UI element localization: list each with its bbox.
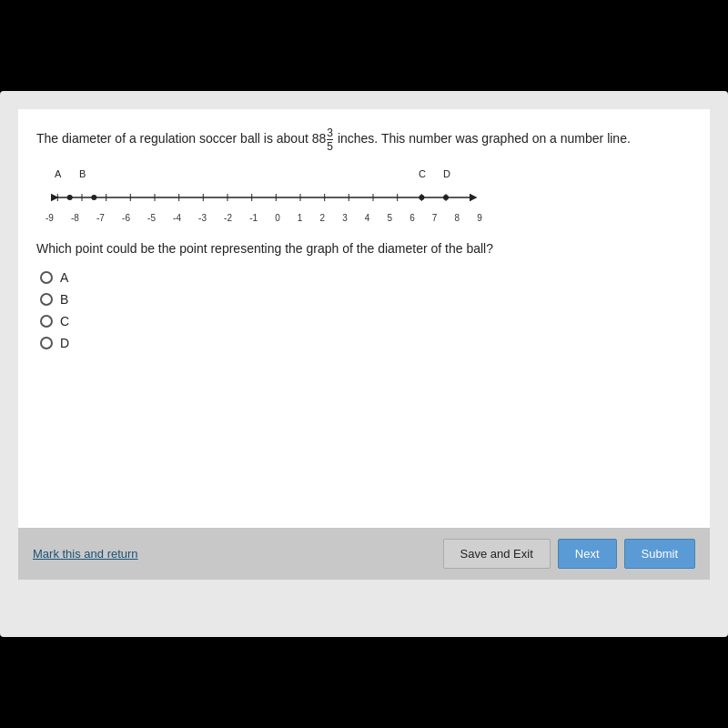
intro-text: The diameter of a regulation soccer ball…: [36, 131, 319, 146]
radio-a[interactable]: [40, 271, 53, 284]
mark-return-link[interactable]: Mark this and return: [33, 547, 138, 561]
fraction-numerator: 3: [327, 127, 333, 140]
fraction: 35: [327, 127, 333, 152]
option-c-label: C: [60, 314, 69, 329]
number-line-container: A B C D: [46, 168, 692, 223]
option-d[interactable]: D: [40, 336, 692, 350]
point-label-a: A: [55, 168, 61, 179]
answer-options: A B C D: [40, 270, 692, 350]
option-b-label: B: [60, 292, 68, 307]
option-c[interactable]: C: [40, 314, 692, 329]
point-labels-row: A B C D: [46, 168, 482, 187]
option-b[interactable]: B: [40, 292, 692, 307]
radio-d[interactable]: [40, 337, 53, 349]
sub-question: Which point could be the point represent…: [36, 241, 692, 256]
footer-buttons: Save and Exit Next Submit: [443, 539, 695, 569]
submit-button[interactable]: Submit: [624, 539, 695, 569]
option-a-label: A: [60, 270, 68, 285]
next-button[interactable]: Next: [558, 539, 617, 569]
option-d-label: D: [60, 336, 69, 350]
point-d-dot: [443, 195, 449, 200]
number-line-svg: [46, 187, 482, 208]
screen: The diameter of a regulation soccer ball…: [0, 91, 728, 637]
fraction-denominator: 5: [327, 140, 333, 152]
whole-number: 8: [319, 131, 327, 146]
point-label-c: C: [419, 168, 426, 179]
point-label-d: D: [443, 168, 450, 179]
content-area: The diameter of a regulation soccer ball…: [18, 109, 710, 528]
option-a[interactable]: A: [40, 270, 692, 285]
radio-c[interactable]: [40, 315, 53, 328]
intro-suffix: inches. This number was graphed on a num…: [334, 131, 631, 146]
save-exit-button[interactable]: Save and Exit: [443, 539, 551, 569]
footer-area: Mark this and return Save and Exit Next …: [18, 528, 710, 580]
point-c-dot: [419, 195, 424, 200]
point-a-dot: [67, 195, 73, 200]
number-labels: -9 -8 -7 -6 -5 -4 -3 -2 -1 0 1 2 3 4 5 6…: [46, 213, 482, 223]
point-label-b: B: [79, 168, 86, 179]
question-intro: The diameter of a regulation soccer ball…: [36, 127, 692, 152]
radio-b[interactable]: [40, 293, 53, 306]
point-b-dot: [91, 195, 96, 200]
